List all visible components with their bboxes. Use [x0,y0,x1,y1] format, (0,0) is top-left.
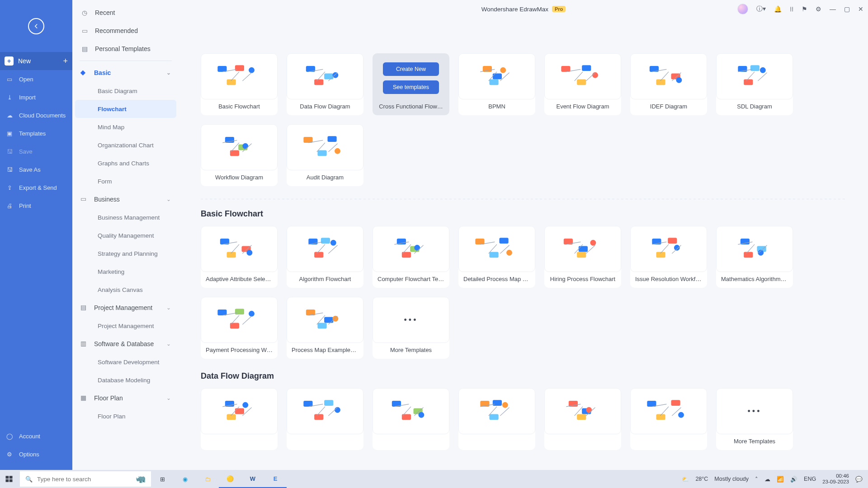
apps-icon[interactable]: ⁞⁞ [790,5,793,13]
subcategory-graphs-and-charts[interactable]: Graphs and Charts [75,154,176,172]
diagram-type-card[interactable]: Audit Diagram [287,124,363,186]
onedrive-icon[interactable]: ☁ [764,476,770,483]
close-button[interactable]: ✕ [858,5,863,13]
subcategory-marketing[interactable]: Marketing [75,263,176,281]
diagram-type-card[interactable]: Event Flow Diagram [544,53,621,115]
template-card[interactable] [458,388,535,450]
weather-text[interactable]: Mostly cloudy [714,476,749,482]
category-basic[interactable]: ◆Basic⌄ [72,64,179,82]
file-export-&-send[interactable]: ⇪Export & Send [0,178,72,197]
template-card[interactable] [544,388,621,450]
taskbar-search[interactable]: 🔍 🦏 [20,471,151,487]
minimize-button[interactable]: — [830,5,836,13]
template-card[interactable]: Adaptive Attribute Selectio… [201,226,278,288]
more-templates-card[interactable]: ••• More Templates [373,297,449,359]
svg-point-55 [674,245,680,251]
back-region [0,0,72,52]
more-templates-card[interactable]: ••• More Templates [716,388,793,450]
template-card[interactable]: Process Map Examples Te… [287,297,363,359]
file-item-icon: 🖨 [5,202,14,209]
start-button[interactable] [0,470,18,488]
file-open[interactable]: ▭Open [0,70,72,88]
diagram-type-card[interactable]: Data Flow Diagram [287,53,363,115]
file-import[interactable]: ⤓Import [0,88,72,106]
word-icon[interactable]: W [241,470,264,488]
category-project-management[interactable]: ▤Project Management⌄ [72,299,179,317]
subcategory-database-modeling[interactable]: Database Modeling [75,371,176,389]
subcategory-strategy-and-planning[interactable]: Strategy and Planning [75,244,176,263]
template-card[interactable] [201,388,278,450]
subcategory-label: Form [98,178,112,185]
subcategory-basic-diagram[interactable]: Basic Diagram [75,82,176,100]
tray-chevron-icon[interactable]: ˄ [755,476,758,483]
gear-icon[interactable]: ⚙ [816,5,821,13]
subcategory-software-development[interactable]: Software Development [75,353,176,371]
avatar[interactable] [737,4,748,14]
back-button[interactable] [28,18,44,34]
diagram-type-card[interactable]: Create New See templates Cross Functiona… [373,53,449,115]
edge-icon[interactable]: ◉ [174,470,196,488]
help-icon[interactable]: ⓘ▾ [756,5,766,13]
subcategory-form[interactable]: Form [75,172,176,190]
file-print[interactable]: 🖨Print [0,197,72,215]
subcategory-analysis-canvas[interactable]: Analysis Canvas [75,281,176,299]
see-templates-button[interactable]: See templates [383,80,439,94]
subcategory-quality-management[interactable]: Quality Management [75,226,176,244]
template-card[interactable]: Payment Processing Workf… [201,297,278,359]
action-center-icon[interactable]: 💬 [855,476,863,483]
new-button[interactable]: + New + [0,52,72,70]
category-floor-plan[interactable]: ▦Floor Plan⌄ [72,389,179,407]
template-card[interactable]: Algorithm Flowchart [287,226,363,288]
subcategory-flowchart[interactable]: Flowchart [75,100,176,118]
card-thumb [287,388,363,434]
template-card[interactable] [287,388,363,450]
template-card[interactable] [630,388,707,450]
volume-icon[interactable]: 🔊 [790,476,797,483]
category-software-database[interactable]: ▥Software & Database⌄ [72,335,179,353]
nav-recent[interactable]: ◷Recent [72,4,179,22]
file-save-as[interactable]: 🖫Save As [0,160,72,178]
svg-point-91 [678,412,684,418]
subcategory-floor-plan[interactable]: Floor Plan [75,407,176,425]
diagram-type-card[interactable]: SDL Diagram [716,53,793,115]
file-templates[interactable]: ▣Templates [0,124,72,142]
svg-point-47 [506,250,512,256]
diagram-type-card[interactable]: IDEF Diagram [630,53,707,115]
create-new-button[interactable]: Create New [383,62,439,76]
explorer-icon[interactable]: 🗀 [196,470,219,488]
nav-personal-templates[interactable]: ▤Personal Templates [72,40,179,58]
nav-recommended[interactable]: ▭Recommended [72,22,179,40]
diagram-type-card[interactable]: Basic Flowchart [201,53,278,115]
weather-icon[interactable]: ⛅ [682,476,689,483]
template-card[interactable]: Detailed Process Map Tem… [458,226,535,288]
file-cloud-documents[interactable]: ☁Cloud Documents [0,106,72,124]
file-account[interactable]: ◯Account [0,427,72,445]
bell-icon[interactable]: 🔔 [774,5,782,13]
gift-icon[interactable]: ⚑ [802,5,807,13]
chrome-icon[interactable]: 🟡 [219,470,241,488]
category-sidebar: ◷Recent▭Recommended▤Personal Templates ◆… [72,0,179,470]
category-business[interactable]: ▭Business⌄ [72,190,179,208]
wifi-icon[interactable]: 📶 [777,476,784,483]
subcategory-organizational-chart[interactable]: Organizational Chart [75,136,176,154]
template-card[interactable]: Issue Resolution Workflow … [630,226,707,288]
template-card[interactable]: Mathematics Algorithm Fl… [716,226,793,288]
subcategory-project-management[interactable]: Project Management [75,317,176,335]
edrawmax-icon[interactable]: E [264,470,287,488]
task-view-icon[interactable]: ⊞ [151,470,174,488]
taskbar-search-input[interactable] [37,476,131,483]
maximize-button[interactable]: ▢ [844,5,850,13]
template-card[interactable]: Hiring Process Flowchart [544,226,621,288]
svg-rect-28 [303,137,312,143]
weather-temp[interactable]: 28°C [695,476,708,482]
template-card[interactable] [373,388,449,450]
ime-icon[interactable]: ENG [804,476,816,482]
template-card[interactable]: Computer Flowchart Temp… [373,226,449,288]
taskbar-clock[interactable]: 00:46 23-09-2023 [822,473,849,485]
file-options[interactable]: ⚙Options [0,445,72,463]
subcategory-mind-map[interactable]: Mind Map [75,118,176,136]
diagram-type-card[interactable]: BPMN [458,53,535,115]
diagram-type-card[interactable]: Workflow Diagram [201,124,278,186]
subcategory-business-management[interactable]: Business Management [75,208,176,226]
file-item-icon: 🖫 [5,148,14,155]
